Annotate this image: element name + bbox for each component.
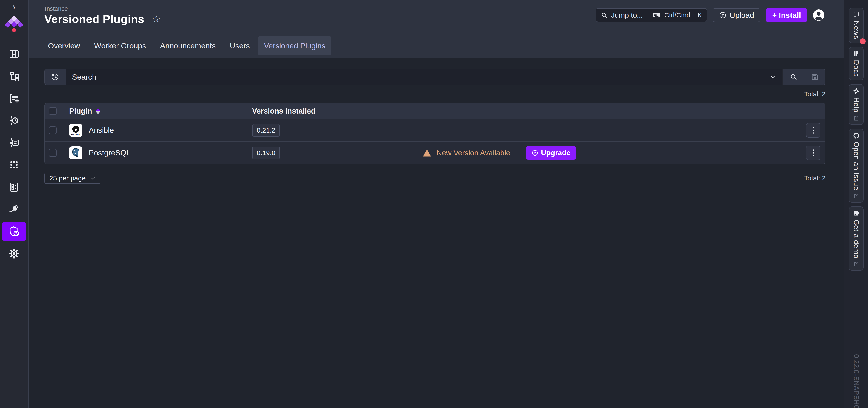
upgrade-label: Upgrade xyxy=(541,149,570,157)
docs-book-icon xyxy=(853,51,860,57)
tab-announcements[interactable]: Announcements xyxy=(154,36,222,55)
kestra-logo[interactable] xyxy=(4,15,24,33)
sort-arrows-icon[interactable] xyxy=(96,108,100,114)
search-field xyxy=(66,69,782,85)
plugin-name: PostgreSQL xyxy=(89,148,130,157)
search-icon xyxy=(789,73,798,81)
pagination-row: 25 per page Total: 2 xyxy=(44,172,826,184)
table-header-row: Plugin Versions installed xyxy=(45,103,825,119)
upgrade-button[interactable]: Upgrade xyxy=(526,146,576,160)
left-sidebar: › xyxy=(0,0,29,408)
new-version-available-text: New Version Available xyxy=(436,149,510,157)
breadcrumb: Instance xyxy=(45,5,68,12)
total-count-top: Total: 2 xyxy=(44,91,826,98)
upload-label: Upload xyxy=(730,11,754,20)
tab-bar: Overview Worker Groups Announcements Use… xyxy=(42,36,331,56)
sidebar-nav xyxy=(0,43,28,264)
ansible-logo-text: ANSIBLE xyxy=(71,133,81,135)
save-search-button[interactable] xyxy=(804,69,825,85)
history-icon xyxy=(51,72,60,81)
blueprints-ballot-icon xyxy=(9,182,19,192)
plugin-name: Ansible xyxy=(89,126,114,134)
sidebar-item-settings[interactable] xyxy=(2,243,27,264)
user-avatar[interactable] xyxy=(813,9,825,21)
news-notification-dot xyxy=(860,38,866,44)
open-issue-label: Open an Issue xyxy=(852,142,860,190)
warning-triangle-icon xyxy=(423,149,432,157)
per-page-select[interactable]: 25 per page xyxy=(44,172,100,184)
help-label: Help xyxy=(852,97,860,113)
sidebar-item-executions[interactable] xyxy=(2,109,27,132)
row-menu-button[interactable] xyxy=(806,123,820,137)
per-page-label: 25 per page xyxy=(49,175,86,182)
logs-timeline-text-icon xyxy=(9,137,19,148)
install-button[interactable]: + Install xyxy=(766,8,807,22)
dashboard-icon xyxy=(9,49,19,59)
keyboard-icon xyxy=(653,11,661,19)
tab-overview[interactable]: Overview xyxy=(42,36,86,55)
row-checkbox[interactable] xyxy=(49,126,57,134)
get-demo-label: Get a demo xyxy=(852,220,860,258)
row-checkbox[interactable] xyxy=(49,149,57,157)
topbar: Instance Versioned Plugins ☆ Jump to... xyxy=(29,0,844,58)
docs-button[interactable]: Docs xyxy=(849,47,864,81)
external-link-icon xyxy=(853,261,859,267)
table-row-ansible[interactable]: ANSIBLE Ansible 0.21.2 xyxy=(45,119,825,142)
open-issue-button[interactable]: Open an Issue xyxy=(849,129,864,202)
sidebar-item-blueprints[interactable] xyxy=(2,176,27,198)
version-badge: 0.19.0 xyxy=(252,147,280,159)
jump-to-label: Jump to... xyxy=(611,11,643,20)
plugins-plug-icon xyxy=(9,204,19,214)
help-button[interactable]: Help xyxy=(849,84,864,125)
select-all-checkbox[interactable] xyxy=(49,107,57,115)
app-version-text: 0.22.0-SNAPSHOT xyxy=(852,354,860,408)
tab-versioned-plugins[interactable]: Versioned Plugins xyxy=(258,36,331,55)
right-rail: News Docs Help xyxy=(844,0,868,408)
news-button[interactable]: News xyxy=(849,8,864,43)
main-area: Instance Versioned Plugins ☆ Jump to... xyxy=(29,0,844,408)
column-header-plugin[interactable]: Plugin xyxy=(69,107,92,115)
sidebar-expand-chevron-icon[interactable]: › xyxy=(0,1,28,13)
docs-label: Docs xyxy=(852,60,860,77)
version-badge: 0.21.2 xyxy=(252,124,280,136)
sidebar-item-dashboard[interactable] xyxy=(2,43,27,65)
ansible-logo: ANSIBLE xyxy=(69,124,82,137)
get-demo-button[interactable]: Get a demo xyxy=(849,207,864,271)
upload-icon xyxy=(719,11,726,19)
jump-to-shortcut: Ctrl/Cmd + K xyxy=(664,11,702,19)
search-bar xyxy=(44,69,826,85)
topbar-actions: Jump to... Ctrl/Cmd + K xyxy=(596,8,825,22)
update-available-group: New Version Available Upgrade xyxy=(423,146,576,160)
page-title: Versioned Plugins xyxy=(44,13,144,26)
install-label: + Install xyxy=(772,11,801,20)
tab-worker-groups[interactable]: Worker Groups xyxy=(88,36,152,55)
sidebar-item-instance-active[interactable] xyxy=(2,222,27,241)
gear-icon xyxy=(9,248,19,259)
sidebar-item-editor[interactable] xyxy=(2,87,27,109)
sidebar-item-logs[interactable] xyxy=(2,132,27,154)
external-link-icon xyxy=(853,193,859,199)
github-icon xyxy=(853,132,860,139)
column-header-versions: Versions installed xyxy=(252,107,796,115)
chevron-down-icon xyxy=(90,175,95,181)
sidebar-item-plugins[interactable] xyxy=(2,198,27,220)
jump-to-search[interactable]: Jump to... Ctrl/Cmd + K xyxy=(596,8,707,22)
kestra-logo-icon xyxy=(4,15,24,33)
tab-users[interactable]: Users xyxy=(224,36,256,55)
postgresql-logo xyxy=(69,146,82,159)
table-row-postgresql[interactable]: PostgreSQL 0.19.0 New Version Available xyxy=(45,142,825,164)
sidebar-item-apps[interactable] xyxy=(2,154,27,176)
search-options-chevron-icon[interactable] xyxy=(769,73,777,81)
editor-text-plus-icon xyxy=(9,93,19,103)
search-history-button[interactable] xyxy=(45,69,66,85)
upgrade-arrow-icon xyxy=(531,150,538,156)
search-submit-button[interactable] xyxy=(782,69,804,85)
shield-account-icon xyxy=(9,226,20,237)
search-input[interactable] xyxy=(66,69,782,85)
sidebar-item-flows[interactable] xyxy=(2,65,27,87)
favorite-star-icon[interactable]: ☆ xyxy=(152,14,161,24)
plugins-table: Plugin Versions installed xyxy=(44,103,826,164)
row-menu-button[interactable] xyxy=(806,146,820,160)
upload-button[interactable]: Upload xyxy=(713,8,761,22)
executions-timeline-clock-icon xyxy=(9,115,19,126)
